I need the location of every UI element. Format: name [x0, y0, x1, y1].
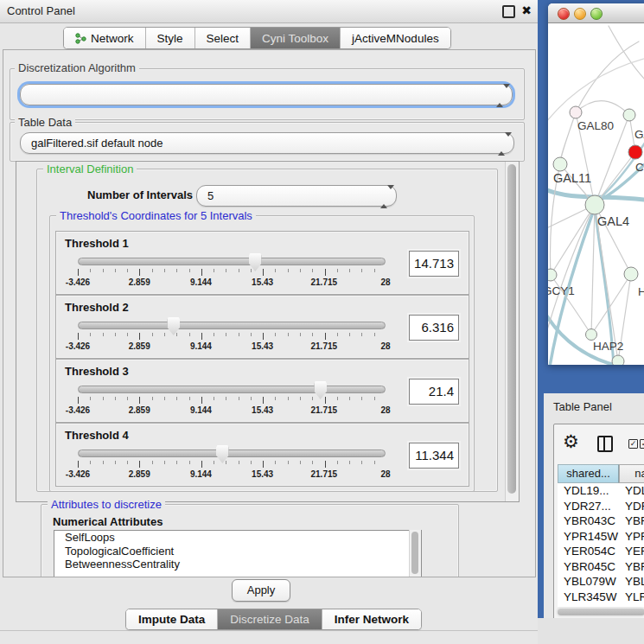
threshold-slider[interactable]: -3.426 2.859 9.144 15.43 21.715	[78, 254, 386, 292]
threshold-label: Threshold 3	[65, 365, 129, 378]
tab-item[interactable]: Style	[145, 28, 194, 48]
tab-item[interactable]: Select	[194, 28, 251, 48]
network-node[interactable]	[570, 106, 582, 118]
threshold-value-field[interactable]: 14.713	[409, 251, 459, 277]
bottom-tab-item[interactable]: Infer Network	[322, 609, 421, 629]
table-row[interactable]: YBR043C YBR043C	[558, 513, 644, 529]
threshold-value: 21.4	[429, 379, 454, 404]
minimize-traffic-light-icon[interactable]	[574, 8, 586, 20]
tick-label: 21.715	[311, 469, 338, 479]
attributes-scrollbar[interactable]	[409, 530, 421, 577]
numerical-attributes-list[interactable]: SelfLoops TopologicalCoefficient Between…	[54, 530, 422, 577]
tick-label: -3.426	[66, 469, 90, 479]
slider-track[interactable]	[78, 258, 386, 265]
attribute-list-item[interactable]: TopologicalCoefficient	[54, 545, 421, 558]
network-window-titlebar[interactable]	[548, 3, 644, 23]
table-row[interactable]: YLR345W YLR345W	[558, 590, 644, 605]
combo-arrows-icon	[496, 88, 504, 101]
checkbox-icon[interactable]: ✓	[640, 439, 644, 449]
table-cell[interactable]: YDR27...	[558, 499, 619, 514]
horizontal-scrollbar[interactable]	[556, 607, 644, 617]
attribute-list-item[interactable]: BetweennessCentrality	[54, 558, 421, 571]
node-label: GAL11	[553, 171, 591, 185]
slider-track[interactable]	[78, 386, 386, 393]
threshold-slider[interactable]: -3.426 2.859 9.144 15.43 21.715	[78, 382, 386, 420]
network-node[interactable]	[548, 269, 557, 281]
close-traffic-light-icon[interactable]	[558, 8, 570, 20]
table-cell[interactable]: YER054C	[558, 544, 619, 559]
network-node[interactable]	[628, 145, 642, 159]
zoom-traffic-light-icon[interactable]	[590, 8, 603, 20]
slider-track[interactable]	[78, 450, 386, 457]
scrollbar-thumb[interactable]	[558, 609, 644, 615]
network-canvas[interactable]: GAL80GACGAL11GAL4GCY1HHAP2	[548, 22, 644, 365]
apply-button[interactable]: Apply	[232, 579, 290, 602]
table-row[interactable]: YPR145W YPR145W	[558, 529, 644, 545]
table-data-combobox[interactable]: galFiltered.sif default node	[20, 132, 514, 154]
tick-label: 28	[380, 341, 390, 351]
threshold-value-field[interactable]: 11.344	[409, 443, 459, 469]
tick-label: 2.859	[129, 405, 150, 415]
table-cell[interactable]: YLR345W	[619, 590, 644, 605]
table-cell[interactable]: YDR27...	[619, 499, 644, 514]
table-cell[interactable]: YPR145W	[619, 529, 644, 545]
table-row[interactable]: YBR045C YBR045C	[558, 559, 644, 575]
scrollbar-thumb[interactable]	[411, 532, 418, 574]
network-node[interactable]	[585, 195, 604, 214]
tab-item[interactable]: Cyni Toolbox	[250, 28, 340, 48]
table-row[interactable]: YER054C YER054C	[558, 544, 644, 559]
threshold-value-field[interactable]: 6.316	[409, 315, 459, 341]
bottom-tab-item[interactable]: Discretize Data	[217, 609, 322, 629]
table-cell[interactable]: YBR045C	[619, 559, 644, 575]
tab-label: jActiveMNodules	[352, 32, 439, 45]
network-node[interactable]	[586, 329, 597, 341]
table-row[interactable]: YDR27... YDR27...	[558, 499, 644, 514]
column-view-icon[interactable]	[597, 436, 613, 452]
table-panel-region: Table Panel ⚙ ✓ ✓ shared... name YDL19..…	[544, 393, 644, 618]
vertical-scrollbar[interactable]	[505, 162, 519, 501]
tick-label: 28	[380, 405, 390, 415]
table-cell[interactable]: YBL079W	[619, 574, 644, 590]
tab-item[interactable]: Network	[64, 28, 145, 48]
column-header-shared-name[interactable]: shared...	[558, 464, 619, 483]
column-header-name[interactable]: name	[619, 464, 644, 483]
table-cell[interactable]: YDL19...	[619, 483, 644, 499]
table-row[interactable]: YBL079W YBL079W	[558, 574, 644, 590]
threshold-slider[interactable]: -3.426 2.859 9.144 15.43 21.715	[78, 446, 386, 484]
float-window-icon[interactable]	[502, 5, 515, 18]
slider-tick-labels: -3.426 2.859 9.144 15.43 21.715	[78, 277, 386, 289]
table-cell[interactable]: YBR045C	[558, 559, 619, 575]
close-icon[interactable]: ✖	[521, 3, 532, 17]
threshold-slider[interactable]: -3.426 2.859 9.144 15.43 21.715	[78, 318, 386, 356]
table-row[interactable]: YDL19... YDL19...	[558, 483, 644, 499]
table-cell[interactable]: YDL19...	[558, 483, 619, 499]
table-cell[interactable]: YBR043C	[558, 513, 619, 529]
network-node[interactable]	[553, 157, 567, 171]
control-panel-window: Control Panel ✖ Network	[0, 0, 538, 644]
threshold-value: 14.713	[414, 252, 454, 276]
slider-track[interactable]	[78, 322, 386, 329]
network-node[interactable]	[612, 355, 624, 365]
tab-item[interactable]: jActiveMNodules	[340, 28, 450, 48]
network-node[interactable]	[624, 267, 638, 281]
top-tabbar: Network Style	[63, 27, 451, 49]
scrollbar-thumb[interactable]	[507, 164, 516, 494]
table-cell[interactable]: YBL079W	[558, 574, 619, 590]
node-label: GAL80	[577, 119, 614, 132]
algorithm-combobox[interactable]	[20, 84, 513, 105]
tick-label: 28	[380, 469, 390, 479]
network-node[interactable]	[623, 109, 635, 121]
attribute-list-item[interactable]: SelfLoops	[54, 531, 421, 545]
checkbox-icon[interactable]: ✓	[628, 439, 638, 449]
gear-icon[interactable]: ⚙	[563, 431, 579, 452]
tick-label: 9.144	[190, 277, 212, 287]
num-intervals-combobox[interactable]: 5	[196, 185, 397, 207]
slider-major-ticks	[78, 461, 386, 468]
table-cell[interactable]: YBR043C	[619, 513, 644, 529]
interval-group-label: Interval Definition	[43, 163, 137, 175]
threshold-value-field[interactable]: 21.4	[409, 379, 459, 405]
table-cell[interactable]: YPR145W	[558, 529, 619, 545]
table-cell[interactable]: YER054C	[619, 544, 644, 559]
bottom-tab-item[interactable]: Impute Data	[126, 609, 217, 629]
table-cell[interactable]: YLR345W	[558, 590, 619, 605]
